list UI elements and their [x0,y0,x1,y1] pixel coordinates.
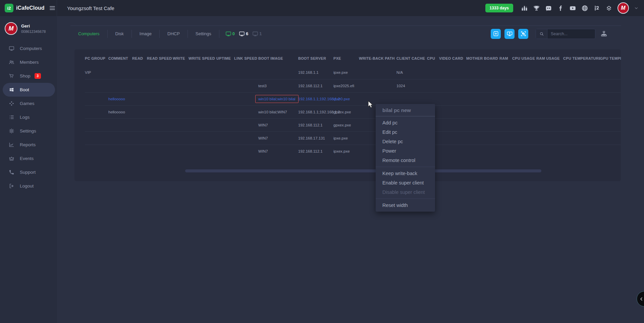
context-menu-item-power[interactable]: Power [376,146,435,156]
sidebar-item-label: Support [20,170,36,175]
column-header-client-cache[interactable]: CLIENT CACHE [396,51,427,66]
context-menu-item-enable-super-client[interactable]: Enable super client [376,178,435,187]
table-row[interactable]: VIP192.168.1.1ipxe.pxeN/A [85,66,621,79]
search-input[interactable] [547,32,595,36]
trophy-icon[interactable] [533,5,540,12]
globe-icon[interactable] [581,5,588,12]
context-menu-item-keep-write-back[interactable]: Keep write-back [376,169,435,178]
cell-boot-server: 192.168.1.1;192.168.1.2 [298,92,333,105]
ranking-icon[interactable] [521,5,528,12]
table-row[interactable]: WIN7192.168.112.1gpxex.pxe [85,118,621,131]
column-header-link-speed[interactable]: LINK SPEED [234,51,258,66]
cell-cpu [427,79,439,92]
tab-disk[interactable]: Disk [108,30,132,38]
sidebar-item-label: Logs [20,115,30,120]
gamepad-icon [9,101,14,106]
chevron-down-icon[interactable] [634,6,639,10]
table-header-row: PC GROUPCOMMENTREADREAD SPEEDWRITEWRITE … [85,51,621,66]
sidebar-item-label: Boot [20,87,29,92]
add-button[interactable] [491,29,501,39]
column-header-read-speed[interactable]: READ SPEED [147,51,173,66]
table-row[interactable]: WIN7192.168.17.131ipxe.pxe [85,131,621,145]
column-header-write-speed[interactable]: WRITE SPEED [189,51,216,66]
table-row[interactable]: WIN7192.168.112.1ipxex.pxe [85,145,621,158]
cell-pxe: ipxe2025.efi [333,79,359,92]
layers-icon[interactable] [605,5,612,12]
column-header-boot-server[interactable]: BOOT SERVER [298,51,333,66]
cell-read [132,145,147,158]
sidebar-item-computers[interactable]: Computers [0,42,57,55]
sidebar-item-boot[interactable]: Boot [3,83,55,97]
icafecloud-icon[interactable] [593,5,600,12]
column-header-gpu-temperature[interactable]: GPU TEMPERATURE [600,51,621,66]
add-pc-button[interactable] [504,29,515,39]
monitor-count-gray[interactable]: 1 [252,31,262,37]
cell-mother-board [466,79,499,92]
column-header-ram-usage[interactable]: RAM USAGE [536,51,563,66]
days-remaining-badge[interactable]: 1333 days [485,4,513,12]
cell-ram [499,118,512,131]
column-header-boot-image[interactable]: BOOT IMAGE [258,51,298,66]
cell-read [132,118,147,131]
sidebar-item-logout[interactable]: Logout [0,179,57,193]
column-header-write-back-path[interactable]: WRITE-BACK PATH [359,51,396,66]
context-menu-item-remote-control[interactable]: Remote control [376,156,435,165]
cell-comment [108,66,132,79]
sidebar-item-shop[interactable]: Shop 3 [0,69,57,83]
tab-computers[interactable]: Computers [70,30,108,38]
sidebar-item-games[interactable]: Games [0,97,57,110]
column-header-ram[interactable]: RAM [499,51,512,66]
user-avatar[interactable]: M [618,2,629,14]
cell-mother-board [466,105,499,118]
sidebar-item-logs[interactable]: Logs [0,110,57,124]
cell-gpu-temperature [600,145,621,158]
column-header-cpu-usage[interactable]: CPU USAGE [512,51,536,66]
column-header-comment[interactable]: COMMENT [108,51,132,66]
facebook-icon[interactable] [557,5,564,12]
tab-image[interactable]: Image [132,30,160,38]
table-row[interactable]: test3192.168.112.1ipxe2025.efi1024 [85,79,621,92]
tab-dhcp[interactable]: DHCP [160,30,188,38]
sidebar-user-avatar[interactable]: M [5,22,17,35]
tab-settings[interactable]: Settings [188,30,219,38]
cell-cpu-temperature [563,131,600,145]
table-row[interactable]: hellooooowin10 bilal;win10 bilal192.168.… [85,92,621,105]
cell-uptime [216,131,234,145]
column-header-cpu-temperature[interactable]: CPU TEMPERATURE [563,51,600,66]
context-menu-item-delete-pc[interactable]: Delete pc [376,137,435,146]
column-header-mother-board[interactable]: MOTHER BOARD [466,51,499,66]
discord-icon[interactable] [545,5,552,12]
column-header-video-card[interactable]: VIDEO CARD [439,51,466,66]
horizontal-scrollbar[interactable] [185,169,541,172]
table-row[interactable]: hellooooowin10 bilal;WIN7192.168.1.1;192… [85,105,621,118]
column-header-uptime[interactable]: UPTIME [216,51,234,66]
sidebar-item-reports[interactable]: Reports [0,138,57,152]
app-name: iCafeCloud [16,5,44,11]
hamburger-menu-icon[interactable] [49,5,56,11]
column-header-pc-group[interactable]: PC GROUP [85,51,108,66]
cell-cpu-temperature [563,145,600,158]
cell-pc-group [85,145,108,158]
context-menu-item-edit-pc[interactable]: Edit pc [376,127,435,137]
monitor-count-white[interactable]: 6 [239,31,248,37]
sidebar-item-support[interactable]: Support [0,165,57,179]
column-header-pxe[interactable]: PXE [333,51,359,66]
context-menu-item-add-pc[interactable]: Add pc [376,118,435,127]
youtube-icon[interactable] [569,5,576,12]
monitor-count-green[interactable]: 0 [225,31,235,37]
sitemap-icon[interactable] [601,31,607,37]
column-header-cpu[interactable]: CPU [427,51,439,66]
context-menu-title: bilal pc new [376,104,435,116]
context-menu-item-reset-width[interactable]: Reset width [376,201,435,210]
sidebar-item-events[interactable]: Events [0,152,57,165]
cart-icon [9,73,14,79]
column-header-read[interactable]: READ [132,51,147,66]
column-header-write[interactable]: WRITE [173,51,189,66]
sidebar-item-settings[interactable]: Settings [0,124,57,138]
cell-ram-usage [536,118,563,131]
select-area-button[interactable] [518,29,528,39]
context-menu-group: Add pcEdit pcDelete pcPowerRemote contro… [376,116,435,167]
cell-comment [108,79,132,92]
cell-write [173,66,189,79]
sidebar-item-members[interactable]: Members [0,55,57,69]
